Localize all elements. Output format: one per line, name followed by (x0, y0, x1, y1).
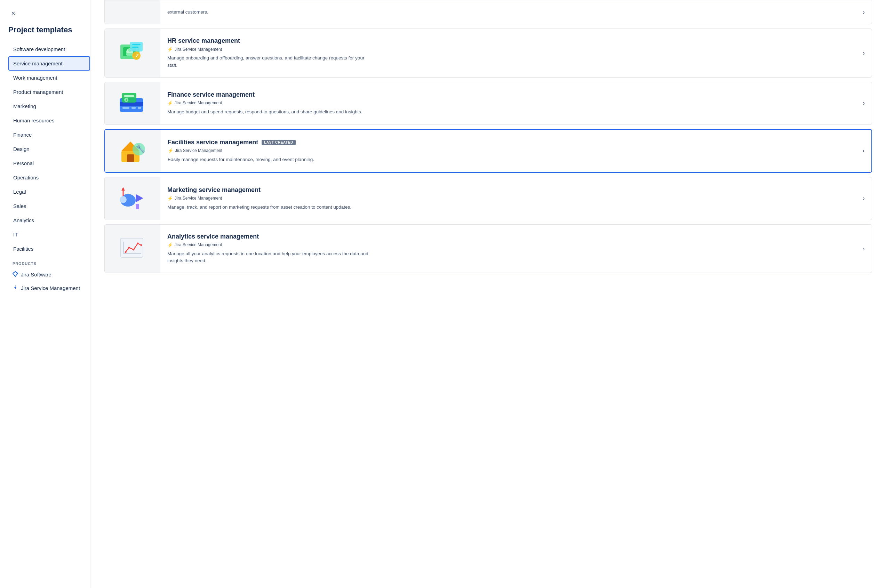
svg-marker-0 (13, 272, 18, 276)
last-created-badge-facilities-service-management: LAST CREATED (261, 140, 296, 145)
svg-point-36 (128, 247, 130, 249)
template-card-image-marketing-service-management (105, 177, 161, 220)
svg-rect-23 (127, 154, 134, 162)
sidebar-item-legal[interactable]: Legal (8, 184, 90, 199)
svg-rect-15 (132, 107, 136, 109)
sidebar-item-human-resources[interactable]: Human resources (8, 113, 90, 128)
template-card-product-marketing-service-management: ⚡Jira Service Management (167, 196, 849, 201)
template-card-image-hr-service-management: ✓ (105, 29, 161, 77)
jira-bolt-icon: ⚡ (167, 242, 173, 248)
template-card-image-finance-service-management: + (105, 82, 161, 124)
sidebar-item-facilities[interactable]: Facilities (8, 242, 90, 256)
svg-point-38 (137, 243, 139, 244)
sidebar-item-marketing[interactable]: Marketing (8, 99, 90, 113)
sidebar-item-software-development[interactable]: Software development (8, 42, 90, 56)
svg-rect-9 (132, 46, 138, 48)
template-card-body-marketing-service-management: Marketing service management⚡Jira Servic… (161, 177, 856, 220)
template-card-facilities-service-management[interactable]: 🔧 Facilities service managementLAST CREA… (104, 129, 872, 173)
diamond-icon (12, 271, 18, 278)
template-card-chevron-finance-service-management: › (856, 82, 872, 124)
sidebar-item-product-management[interactable]: Product management (8, 85, 90, 99)
close-button[interactable]: × (8, 8, 18, 18)
sidebar-item-work-management[interactable]: Work management (8, 70, 90, 85)
jira-bolt-icon: ⚡ (167, 46, 173, 52)
svg-marker-31 (122, 187, 125, 190)
svg-text:+: + (125, 98, 127, 102)
template-card-title-finance-service-management: Finance service management (167, 91, 255, 98)
jira-bolt-icon: ⚡ (168, 148, 173, 153)
svg-rect-16 (138, 107, 141, 109)
template-card-hr-service-management[interactable]: ✓ HR service management⚡Jira Service Man… (104, 28, 872, 78)
template-card-chevron-facilities-service-management: › (855, 130, 871, 172)
sidebar-item-it[interactable]: IT (8, 227, 90, 242)
bolt-icon (12, 285, 18, 291)
sidebar-item-service-management[interactable]: Service management (8, 56, 90, 70)
sidebar-product-label-jira-service-management: Jira Service Management (21, 285, 80, 291)
sidebar-item-personal[interactable]: Personal (8, 156, 90, 170)
sidebar-item-finance[interactable]: Finance (8, 128, 90, 142)
sidebar-nav: Software developmentService managementWo… (8, 42, 90, 256)
template-product-label-finance-service-management: Jira Service Management (175, 100, 222, 105)
template-card-desc-marketing-service-management: Manage, track, and report on marketing r… (167, 204, 369, 211)
template-card-marketing-service-management[interactable]: Marketing service management⚡Jira Servic… (104, 177, 872, 220)
products-section-label: PRODUCTS (8, 256, 90, 268)
template-card-title-marketing-service-management: Marketing service management (167, 186, 261, 194)
template-card-product-hr-service-management: ⚡Jira Service Management (167, 46, 849, 52)
partial-card-chevron: › (856, 0, 872, 24)
sidebar-item-design[interactable]: Design (8, 142, 90, 156)
svg-rect-13 (120, 102, 143, 106)
template-card-finance-service-management[interactable]: + Finance service management⚡Jira Servic… (104, 82, 872, 125)
svg-point-37 (133, 249, 135, 251)
template-product-label-hr-service-management: Jira Service Management (175, 47, 222, 52)
sidebar-products: Jira SoftwareJira Service Management (8, 268, 90, 295)
svg-rect-6 (126, 53, 133, 56)
sidebar-item-analytics[interactable]: Analytics (8, 213, 90, 227)
sidebar-product-jira-software[interactable]: Jira Software (8, 268, 90, 281)
svg-point-29 (120, 196, 127, 203)
template-card-desc-finance-service-management: Manage budget and spend requests, respon… (167, 108, 369, 116)
sidebar: × Project templates Software development… (0, 0, 90, 588)
svg-rect-14 (122, 107, 129, 109)
template-card-body-hr-service-management: HR service management⚡Jira Service Manag… (161, 29, 856, 77)
main-content: external customers. › ✓ HR service manag… (90, 0, 886, 588)
svg-rect-28 (136, 204, 139, 209)
svg-text:🔧: 🔧 (136, 144, 146, 153)
template-cards-container: ✓ HR service management⚡Jira Service Man… (104, 28, 872, 273)
template-card-image-facilities-service-management: 🔧 (105, 130, 161, 172)
template-card-desc-hr-service-management: Manage onboarding and offboarding, answe… (167, 55, 369, 69)
sidebar-item-operations[interactable]: Operations (8, 170, 90, 184)
template-card-desc-facilities-service-management: Easily manage requests for maintenance, … (168, 156, 369, 163)
sidebar-title: Project templates (8, 25, 90, 35)
sidebar-item-sales[interactable]: Sales (8, 199, 90, 213)
partial-card-desc: external customers. (167, 9, 369, 16)
template-card-body-facilities-service-management: Facilities service managementLAST CREATE… (161, 130, 855, 172)
svg-marker-1 (14, 285, 17, 290)
svg-rect-18 (124, 95, 134, 97)
template-card-desc-analytics-service-management: Manage all your analytics requests in on… (167, 250, 369, 265)
template-card-body-analytics-service-management: Analytics service management⚡Jira Servic… (161, 225, 856, 273)
template-card-chevron-hr-service-management: › (856, 29, 872, 77)
svg-rect-17 (122, 93, 137, 103)
template-card-image-analytics-service-management (105, 225, 161, 273)
svg-rect-8 (132, 44, 141, 45)
svg-marker-27 (136, 194, 143, 202)
template-product-label-facilities-service-management: Jira Service Management (175, 148, 222, 153)
template-card-title-hr-service-management: HR service management (167, 37, 240, 45)
template-card-chevron-analytics-service-management: › (856, 225, 872, 273)
template-card-body-finance-service-management: Finance service management⚡Jira Service … (161, 82, 856, 124)
sidebar-product-jira-service-management[interactable]: Jira Service Management (8, 281, 90, 295)
svg-point-39 (141, 244, 142, 246)
jira-bolt-icon: ⚡ (167, 100, 173, 106)
partial-card-body: external customers. (161, 0, 856, 24)
template-card-product-finance-service-management: ⚡Jira Service Management (167, 100, 849, 106)
template-card-product-analytics-service-management: ⚡Jira Service Management (167, 242, 849, 248)
template-product-label-marketing-service-management: Jira Service Management (175, 196, 222, 201)
template-card-title-facilities-service-management: Facilities service management (168, 139, 258, 146)
template-card-chevron-marketing-service-management: › (856, 177, 872, 220)
svg-point-35 (125, 251, 127, 253)
template-product-label-analytics-service-management: Jira Service Management (175, 242, 222, 247)
partial-card-image (105, 0, 161, 24)
sidebar-product-label-jira-software: Jira Software (21, 272, 51, 278)
template-card-analytics-service-management[interactable]: Analytics service management⚡Jira Servic… (104, 224, 872, 273)
partial-template-card[interactable]: external customers. › (104, 0, 872, 24)
